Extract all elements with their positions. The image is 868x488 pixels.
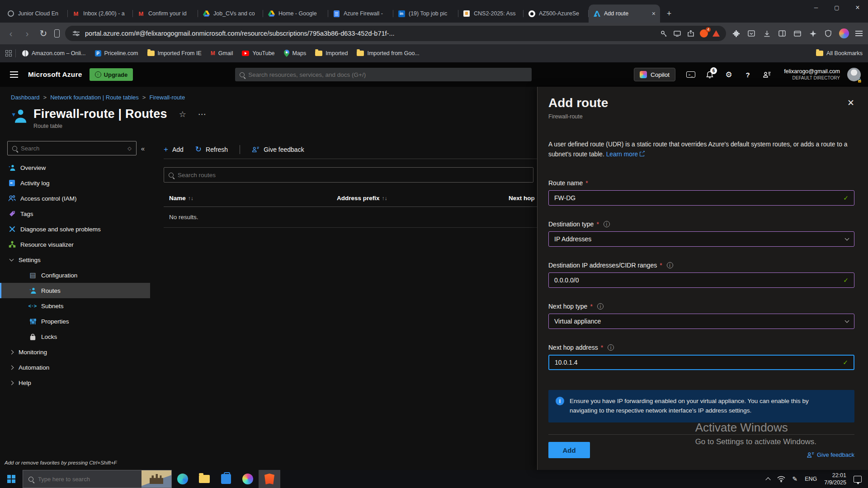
next-hop-type-select[interactable]: Virtual appliance	[548, 314, 854, 329]
brave-rewards-icon[interactable]: 4	[700, 29, 708, 38]
sidebar-group-automation[interactable]: Automation	[0, 360, 150, 375]
tab-cns2[interactable]: CNS2-2025: Ass	[458, 5, 524, 23]
sidebar-item-access-control[interactable]: Access control (IAM)	[0, 191, 150, 206]
tab-linkedin[interactable]: in (19) Top job pic	[393, 5, 458, 23]
windows-start-button[interactable]	[7, 475, 15, 483]
wifi-icon[interactable]	[777, 476, 785, 482]
warning-triangle-icon[interactable]	[712, 30, 720, 37]
tab-junior-cloud[interactable]: Junior Cloud En	[3, 5, 68, 23]
file-explorer-icon[interactable]	[193, 470, 215, 488]
bookmark-folder-imported-ie[interactable]: Imported From IE	[147, 50, 202, 56]
photos-icon[interactable]	[237, 470, 259, 488]
tab-azure-firewall[interactable]: Azure Firewall -	[328, 5, 393, 23]
notifications-bell-icon[interactable]: 6	[702, 66, 718, 83]
cloud-shell-icon[interactable]: >_	[683, 66, 699, 83]
window-close-button[interactable]: ×	[847, 0, 868, 15]
new-tab-button[interactable]: +	[663, 7, 675, 20]
give-feedback-command[interactable]: Give feedback	[252, 146, 304, 153]
breadcrumb-route-tables[interactable]: Network foundation | Route tables	[50, 94, 139, 101]
feedback-icon[interactable]	[759, 66, 775, 83]
sidebar-item-configuration[interactable]: ▤ Configuration	[0, 267, 150, 283]
sidebar-group-help[interactable]: Help	[0, 375, 150, 390]
browser-menu-icon[interactable]	[855, 31, 863, 36]
sidebar-search-input[interactable]	[21, 145, 124, 152]
edge-icon[interactable]	[172, 470, 193, 488]
favorite-star-icon[interactable]: ☆	[179, 109, 186, 119]
forward-icon[interactable]: ›	[22, 28, 33, 39]
copilot-button[interactable]: Copilot	[634, 68, 675, 81]
sidebar-search[interactable]: ◇	[7, 141, 137, 155]
tab-confirm[interactable]: M Confirm your id	[133, 5, 198, 23]
portal-menu-icon[interactable]	[7, 71, 21, 78]
sidebar-group-settings[interactable]: Settings	[0, 252, 150, 267]
sidebar-item-tags[interactable]: Tags	[0, 206, 150, 221]
site-settings-icon[interactable]	[71, 29, 80, 38]
tab-github[interactable]: AZ500-AzureSe	[524, 5, 589, 23]
account-avatar[interactable]	[847, 68, 861, 81]
browser-profile-avatar[interactable]	[839, 28, 849, 38]
add-button[interactable]: Add	[548, 442, 590, 458]
sidebar-item-resource-visualizer[interactable]: Resource visualizer	[0, 237, 150, 252]
sidebar-item-overview[interactable]: Overview	[0, 160, 150, 175]
address-bar[interactable]: portal.azure.com/#@felixarogogmail.onmic…	[65, 26, 726, 41]
bookmark-priceline[interactable]: PPriceline.com	[95, 50, 138, 56]
tab-close-icon[interactable]: ×	[652, 10, 656, 17]
tab-add-route-active[interactable]: Add route ×	[589, 5, 660, 23]
bookmark-youtube[interactable]: YouTube	[242, 50, 274, 56]
wallet-icon[interactable]	[793, 29, 802, 38]
routes-search-input[interactable]	[178, 172, 528, 178]
sidebar-item-locks[interactable]: Locks	[0, 329, 150, 344]
sidebar-item-routes[interactable]: Routes	[0, 283, 150, 298]
bookmark-amazon[interactable]: Amazon.com – Onli...	[22, 50, 86, 56]
share-icon[interactable]	[686, 29, 695, 38]
taskbar-clock[interactable]: 22:01 7/9/2025	[824, 472, 846, 487]
column-address-prefix[interactable]: Address prefix↑↓	[337, 195, 509, 202]
back-icon[interactable]: ‹	[5, 28, 16, 39]
azure-search[interactable]	[235, 68, 532, 81]
column-next-hop[interactable]: Next hop	[509, 195, 537, 202]
apps-grid-icon[interactable]	[5, 50, 12, 56]
language-indicator[interactable]: ENG	[805, 476, 817, 482]
destination-ip-input[interactable]: 0.0.0.0/0 ✓	[548, 272, 854, 288]
sidebar-item-properties[interactable]: Properties	[0, 314, 150, 329]
sidebar-item-activity-log[interactable]: Activity log	[0, 175, 150, 191]
extensions-puzzle-icon[interactable]	[731, 29, 741, 38]
learn-more-link[interactable]: Learn more	[606, 151, 638, 158]
tab-search-icon[interactable]	[747, 29, 756, 38]
search-highlight-image[interactable]	[142, 470, 171, 488]
password-key-icon[interactable]	[659, 29, 668, 38]
upgrade-button[interactable]: ↑ Upgrade	[90, 68, 133, 81]
tab-home-google[interactable]: Home - Google	[263, 5, 328, 23]
bookmark-maps[interactable]: Maps	[284, 50, 307, 57]
sidebar-item-diagnose[interactable]: Diagnose and solve problems	[0, 221, 150, 237]
destination-type-select[interactable]: IP Addresses	[548, 231, 854, 247]
refresh-command[interactable]: ↻ Refresh	[195, 145, 228, 154]
routes-search[interactable]	[164, 167, 533, 183]
sparkle-ai-icon[interactable]	[808, 29, 817, 38]
send-to-devices-icon[interactable]	[673, 29, 682, 38]
all-bookmarks-button[interactable]: All Bookmarks	[816, 50, 863, 56]
sidebar-item-subnets[interactable]: <·> Subnets	[0, 298, 150, 314]
add-route-command[interactable]: + Add	[164, 145, 184, 154]
send-to-device-icon[interactable]	[54, 29, 60, 38]
tab-inbox[interactable]: M Inbox (2,600) - a	[68, 5, 133, 23]
bookmark-gmail[interactable]: MGmail	[211, 50, 233, 56]
taskbar-search-input[interactable]	[38, 476, 137, 483]
breadcrumb-firewall-route[interactable]: Firewall-route	[149, 94, 185, 101]
window-minimize-button[interactable]: ─	[806, 0, 826, 15]
more-options-icon[interactable]: ⋯	[198, 109, 207, 119]
store-icon[interactable]	[215, 470, 237, 488]
breadcrumb-dashboard[interactable]: Dashboard	[11, 94, 40, 101]
brave-browser-icon[interactable]	[259, 470, 280, 488]
shield-icon[interactable]	[824, 29, 833, 38]
action-center-icon[interactable]	[854, 476, 862, 483]
close-panel-icon[interactable]: ✕	[847, 98, 854, 108]
bookmark-folder-imported[interactable]: Imported	[315, 50, 348, 56]
sidebar-group-monitoring[interactable]: Monitoring	[0, 344, 150, 360]
tab-job-cvs[interactable]: Job_CVs and co	[198, 5, 263, 23]
reload-icon[interactable]: ↻	[38, 28, 49, 39]
account-info[interactable]: felixarogo@gmail.com DEFAULT DIRECTORY	[784, 68, 840, 81]
pen-icon[interactable]: ✎	[793, 475, 798, 483]
collapse-sidebar-icon[interactable]: «	[141, 145, 145, 152]
azure-search-input[interactable]	[248, 71, 527, 78]
